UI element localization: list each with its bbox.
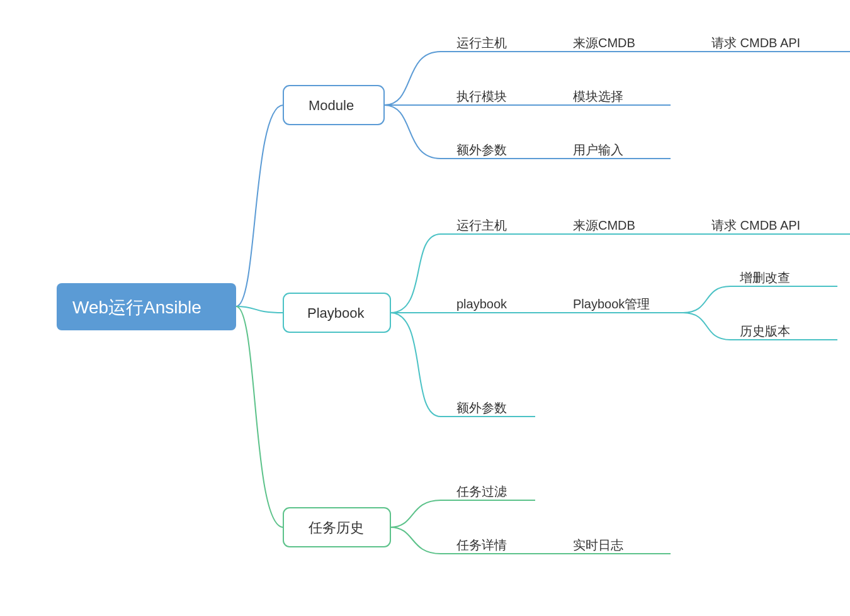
node-pb-cmdb[interactable]: 来源CMDB: [573, 218, 635, 232]
connector: [683, 286, 730, 313]
node-playbook-label: Playbook: [307, 305, 365, 321]
node-pb-api[interactable]: 请求 CMDB API: [711, 218, 800, 232]
node-pb-playbook[interactable]: playbook: [456, 297, 507, 311]
node-module-exec[interactable]: 执行模块: [456, 89, 507, 103]
node-module-host[interactable]: 运行主机: [456, 36, 507, 50]
node-module-api[interactable]: 请求 CMDB API: [711, 36, 800, 50]
node-pb-host[interactable]: 运行主机: [456, 218, 507, 232]
connector: [384, 52, 441, 105]
node-module-userinput[interactable]: 用户输入: [573, 143, 623, 157]
connector: [390, 234, 441, 313]
node-pb-history-ver[interactable]: 历史版本: [740, 324, 790, 338]
connector: [236, 306, 283, 527]
connector: [236, 105, 283, 306]
connector: [390, 527, 441, 554]
node-history-log[interactable]: 实时日志: [573, 538, 623, 552]
node-module-select[interactable]: 模块选择: [573, 89, 623, 103]
node-module-label: Module: [309, 98, 354, 113]
node-module-params[interactable]: 额外参数: [456, 143, 507, 157]
node-pb-params[interactable]: 额外参数: [456, 401, 507, 415]
connector: [390, 500, 441, 527]
node-pb-crud[interactable]: 增删改查: [739, 271, 790, 284]
connector: [683, 313, 730, 340]
node-history-label: 任务历史: [308, 520, 364, 535]
connector: [384, 105, 441, 159]
node-history-detail[interactable]: 任务详情: [456, 538, 507, 552]
node-pb-manage[interactable]: Playbook管理: [573, 297, 650, 311]
node-history-filter[interactable]: 任务过滤: [456, 484, 507, 498]
connector: [236, 306, 283, 313]
root-label: Web运行Ansible: [72, 298, 201, 317]
node-module-cmdb[interactable]: 来源CMDB: [573, 36, 635, 50]
connector: [390, 313, 441, 417]
